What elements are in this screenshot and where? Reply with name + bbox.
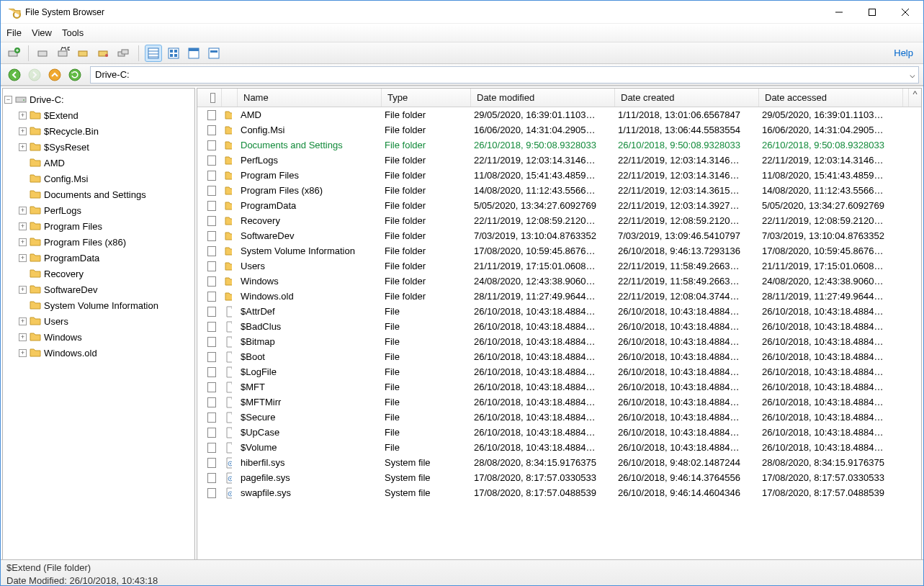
tree-item[interactable]: +$Extend bbox=[3, 107, 194, 123]
header-date-modified[interactable]: Date modified bbox=[471, 89, 615, 107]
table-row[interactable]: Config.MsiFile folder16/06/2020, 14:31:0… bbox=[197, 122, 921, 138]
table-row[interactable]: Documents and SettingsFile folder26/10/2… bbox=[197, 138, 921, 153]
table-row[interactable]: Program Files (x86)File folder14/08/2020… bbox=[197, 183, 921, 198]
table-row[interactable]: hiberfil.sysSystem file28/08/2020, 8:34:… bbox=[197, 455, 921, 470]
table-row[interactable]: $UpCaseFile26/10/2018, 10:43:18.4884…26/… bbox=[197, 425, 921, 440]
checkbox[interactable] bbox=[207, 382, 216, 392]
tree-item[interactable]: +ProgramData bbox=[3, 250, 194, 266]
checkbox[interactable] bbox=[207, 307, 216, 317]
drive-button-2[interactable]: ABC bbox=[55, 45, 72, 62]
checkbox[interactable] bbox=[207, 367, 216, 377]
tree-item[interactable]: +Users bbox=[3, 313, 194, 329]
table-row[interactable]: $LogFileFile26/10/2018, 10:43:18.4884…26… bbox=[197, 364, 921, 379]
table-row[interactable]: UsersFile folder21/11/2019, 17:15:01.060… bbox=[197, 258, 921, 274]
drive-button-5[interactable] bbox=[115, 45, 133, 62]
menu-view[interactable]: View bbox=[32, 27, 52, 38]
help-link[interactable]: Help bbox=[894, 48, 913, 58]
tree-item[interactable]: +PerfLogs bbox=[3, 202, 194, 218]
table-row[interactable]: pagefile.sysSystem file17/08/2020, 8:17:… bbox=[197, 470, 921, 485]
tree-pane[interactable]: −Drive-C:+$Extend+$Recycle.Bin+$SysReset… bbox=[2, 88, 195, 583]
tree-item[interactable]: +Program Files (x86) bbox=[3, 234, 194, 250]
nav-refresh-button[interactable] bbox=[66, 66, 84, 84]
table-row[interactable]: swapfile.sysSystem file17/08/2020, 8:17:… bbox=[197, 485, 921, 500]
table-row[interactable]: PerfLogsFile folder22/11/2019, 12:03:14.… bbox=[197, 153, 921, 168]
tree-root[interactable]: −Drive-C: bbox=[3, 91, 194, 107]
checkbox[interactable] bbox=[210, 93, 215, 103]
header-date-created[interactable]: Date created bbox=[615, 89, 759, 107]
expander-icon[interactable]: + bbox=[19, 333, 27, 341]
checkbox[interactable] bbox=[207, 140, 216, 150]
checkbox[interactable] bbox=[207, 428, 216, 438]
checkbox[interactable] bbox=[207, 458, 216, 468]
nav-forward-button[interactable] bbox=[25, 66, 44, 84]
expander-icon[interactable]: − bbox=[4, 96, 12, 104]
checkbox[interactable] bbox=[207, 216, 216, 226]
checkbox[interactable] bbox=[207, 110, 216, 120]
tree-item[interactable]: Recovery bbox=[3, 266, 194, 281]
expander-icon[interactable]: + bbox=[19, 286, 27, 294]
table-row[interactable]: ProgramDataFile folder5/05/2020, 13:34:2… bbox=[197, 198, 921, 213]
checkbox[interactable] bbox=[207, 443, 216, 453]
close-button[interactable] bbox=[889, 2, 922, 22]
expander-icon[interactable]: + bbox=[19, 317, 27, 325]
expander-icon[interactable]: + bbox=[19, 207, 27, 215]
table-row[interactable]: WindowsFile folder24/08/2020, 12:43:38.9… bbox=[197, 274, 921, 289]
tree-item[interactable]: +SoftwareDev bbox=[3, 281, 194, 297]
header-checkbox-col[interactable] bbox=[197, 89, 222, 107]
expander-icon[interactable]: + bbox=[19, 254, 27, 262]
table-row[interactable]: $MFTMirrFile26/10/2018, 10:43:18.4884…26… bbox=[197, 395, 921, 410]
expander-icon[interactable]: + bbox=[19, 222, 27, 230]
checkbox[interactable] bbox=[207, 473, 216, 483]
checkbox[interactable] bbox=[207, 322, 216, 332]
table-row[interactable]: Windows.oldFile folder28/11/2019, 11:27:… bbox=[197, 289, 921, 304]
checkbox[interactable] bbox=[207, 397, 216, 407]
checkbox[interactable] bbox=[207, 125, 216, 135]
tree-item[interactable]: +Windows bbox=[3, 329, 194, 345]
view-gallery-button[interactable] bbox=[185, 45, 202, 62]
checkbox[interactable] bbox=[207, 261, 216, 271]
more-columns-icon[interactable]: ^ bbox=[908, 89, 921, 107]
tree-item[interactable]: +$Recycle.Bin bbox=[3, 123, 194, 139]
nav-up-button[interactable] bbox=[45, 66, 64, 84]
checkbox[interactable] bbox=[207, 488, 216, 498]
checkbox[interactable] bbox=[207, 413, 216, 423]
table-row[interactable]: $AttrDefFile26/10/2018, 10:43:18.4884…26… bbox=[197, 304, 921, 319]
minimize-button[interactable] bbox=[822, 2, 856, 22]
view-icons-button[interactable] bbox=[165, 45, 182, 62]
checkbox[interactable] bbox=[207, 201, 216, 211]
checkbox[interactable] bbox=[207, 171, 216, 181]
tree-item[interactable]: Config.Msi bbox=[3, 171, 194, 186]
table-row[interactable]: $BadClusFile26/10/2018, 10:43:18.4884…26… bbox=[197, 319, 921, 334]
expander-icon[interactable]: + bbox=[19, 349, 27, 357]
tree-item[interactable]: +Windows.old bbox=[3, 345, 194, 361]
table-row[interactable]: RecoveryFile folder22/11/2019, 12:08:59.… bbox=[197, 213, 921, 228]
address-bar[interactable]: Drive-C: ⌵ bbox=[90, 66, 919, 84]
add-drive-button[interactable] bbox=[5, 45, 22, 62]
checkbox[interactable] bbox=[207, 276, 216, 287]
menu-tools[interactable]: Tools bbox=[62, 27, 84, 38]
maximize-button[interactable] bbox=[856, 2, 889, 22]
chevron-down-icon[interactable]: ⌵ bbox=[910, 69, 915, 80]
drive-button-1[interactable] bbox=[35, 45, 52, 62]
tree-item[interactable]: +$SysReset bbox=[3, 139, 194, 155]
checkbox[interactable] bbox=[207, 186, 216, 196]
table-row[interactable]: SoftwareDevFile folder7/03/2019, 13:10:0… bbox=[197, 228, 921, 243]
table-row[interactable]: $MFTFile26/10/2018, 10:43:18.4884…26/10/… bbox=[197, 379, 921, 395]
tree-item[interactable]: System Volume Information bbox=[3, 297, 194, 313]
header-name[interactable]: Name bbox=[238, 89, 382, 107]
table-row[interactable]: $SecureFile26/10/2018, 10:43:18.4884…26/… bbox=[197, 410, 921, 425]
tree-item[interactable]: Documents and Settings bbox=[3, 186, 194, 202]
expander-icon[interactable]: + bbox=[19, 127, 27, 135]
table-row[interactable]: $BootFile26/10/2018, 10:43:18.4884…26/10… bbox=[197, 349, 921, 364]
checkbox[interactable] bbox=[207, 231, 216, 241]
header-type[interactable]: Type bbox=[382, 89, 471, 107]
checkbox[interactable] bbox=[207, 292, 216, 302]
expander-icon[interactable]: + bbox=[19, 143, 27, 151]
view-details-button[interactable] bbox=[145, 45, 162, 62]
nav-back-button[interactable] bbox=[5, 66, 24, 84]
table-row[interactable]: $VolumeFile26/10/2018, 10:43:18.4884…26/… bbox=[197, 440, 921, 455]
table-body[interactable]: AMDFile folder29/05/2020, 16:39:01.1103…… bbox=[197, 107, 921, 569]
expander-icon[interactable]: + bbox=[19, 238, 27, 246]
menu-file[interactable]: File bbox=[6, 27, 22, 38]
drive-button-3[interactable] bbox=[75, 45, 92, 62]
